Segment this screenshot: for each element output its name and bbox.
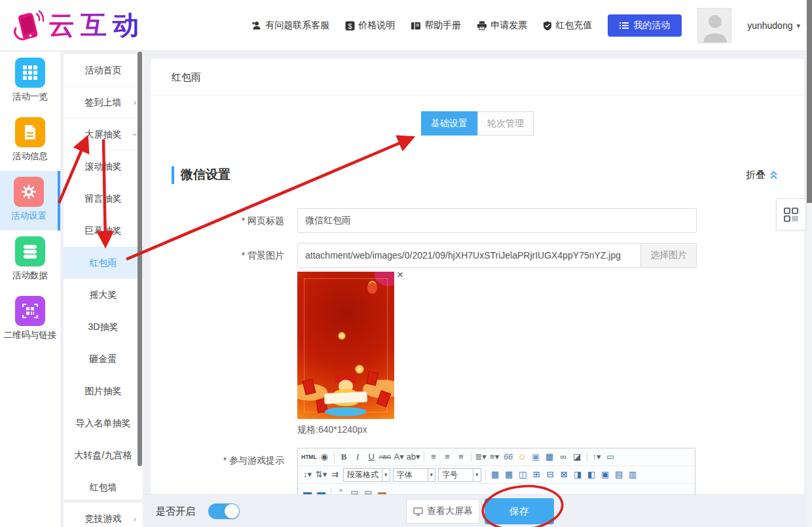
menu-item-message-lottery[interactable]: 留言抽奖	[64, 183, 143, 215]
widget-launcher-button[interactable]	[776, 198, 806, 230]
menu-item-competitive-games[interactable]: 竞技游戏›	[64, 503, 143, 527]
nav-item-invoice[interactable]: 申请发票	[477, 20, 527, 31]
page-scrollbar[interactable]	[807, 0, 812, 203]
sidebar-item-activity-settings[interactable]: 活动设置	[0, 171, 60, 230]
separator	[424, 452, 424, 462]
insert-link-icon[interactable]: ∞	[557, 450, 570, 464]
image-spec-label: 规格:640*1240px	[297, 424, 367, 436]
insert-image-icon[interactable]: ▣	[529, 450, 543, 464]
highlight-color-icon[interactable]: ab▾	[406, 450, 421, 464]
ordered-list-icon[interactable]: ≣▾	[474, 450, 488, 464]
separator	[485, 470, 486, 480]
nav-item-redpacket-recharge[interactable]: 红包充值	[543, 20, 592, 31]
secondary-menu-footer: 竞技游戏›	[64, 503, 143, 527]
menu-item-redpacket-rain[interactable]: 红包雨	[64, 247, 143, 279]
sidebar-item-activity-data[interactable]: 活动数据	[0, 230, 60, 290]
page-title-input[interactable]	[297, 208, 697, 233]
paragraph-spacing-icon[interactable]: ⇅▾	[314, 467, 328, 482]
nav-item-contact-support[interactable]: 有问题联系客服	[251, 20, 329, 31]
nav-item-help-manual[interactable]: 帮助手册	[411, 20, 461, 31]
user-menu[interactable]: yunhudong ▾	[747, 20, 800, 31]
menu-item-activity-home[interactable]: 活动首页	[64, 54, 143, 86]
remove-format-icon[interactable]: ◪	[570, 450, 584, 464]
menu-item-import-list-lottery[interactable]: 导入名单抽奖	[64, 407, 143, 439]
preview-coin-shape	[355, 365, 364, 374]
table-properties-icon[interactable]: ◫	[516, 467, 530, 482]
my-activities-button[interactable]: 我的活动	[608, 14, 682, 37]
insert-table-icon[interactable]: ▦	[489, 467, 502, 482]
strikethrough-icon[interactable]: ABC	[378, 450, 392, 464]
italic-icon[interactable]: I	[351, 450, 365, 464]
preview-coin-shape	[338, 332, 346, 340]
align-left-icon[interactable]: ≡	[427, 450, 441, 464]
blockquote-icon[interactable]: 66	[502, 450, 515, 464]
cell-properties-icon[interactable]: ▣	[599, 467, 612, 482]
html-source-icon[interactable]: HTML	[301, 450, 318, 464]
chevron-right-icon: ›	[134, 503, 136, 527]
logo-icon	[10, 9, 45, 43]
header-right: 有问题联系客服 $ 价格说明 帮助手册 申请发票 红包充值 我的活动	[251, 0, 800, 51]
preview-icon[interactable]: ◉	[318, 450, 331, 464]
split-cell-icon[interactable]: ◧	[585, 467, 599, 482]
insert-row-icon[interactable]: ⊞	[530, 467, 544, 482]
sidebar-item-activity-info[interactable]: 活动信息	[0, 111, 60, 171]
enable-toggle[interactable]	[208, 503, 240, 519]
menu-item-smash-golden-egg[interactable]: 砸金蛋	[64, 343, 143, 375]
chevrons-up-icon	[769, 170, 778, 179]
unordered-list-icon[interactable]: ≡▾	[488, 450, 502, 464]
menu-item-redpacket-wall[interactable]: 红包墙	[64, 471, 143, 500]
secondary-scrollbar[interactable]	[138, 52, 142, 466]
view-big-screen-button[interactable]: 查看大屏幕	[406, 499, 480, 524]
font-size-select[interactable]: 字号 ▾	[438, 468, 481, 482]
align-right-icon[interactable]: ≡	[454, 450, 468, 464]
caret-down-icon: ▾	[796, 22, 800, 30]
game-tip-label: * 参与游戏提示	[172, 448, 284, 473]
line-height-icon[interactable]: ↕▾	[301, 467, 314, 482]
indent-icon[interactable]: ⇉	[328, 467, 342, 482]
section-title: 微信设置	[181, 166, 231, 183]
insert-video-icon[interactable]: ▦	[543, 450, 557, 464]
font-family-select[interactable]: 字体 ▾	[393, 468, 436, 482]
editor-toolbar-row2: ↕▾⇅▾⇉ 段落格式 ▾ 字体 ▾	[298, 466, 695, 484]
sidebar-item-activity-overview[interactable]: 活动一览	[0, 52, 60, 111]
choose-image-button[interactable]: 选择图片	[641, 243, 697, 268]
text-direction-icon[interactable]: ↑▾	[590, 450, 604, 464]
form-row-page-title: * 网页标题	[172, 208, 778, 233]
delete-row-icon[interactable]: ⊟	[544, 467, 557, 482]
collapse-toggle[interactable]: 折叠	[746, 169, 778, 181]
save-button[interactable]: 保存	[485, 498, 554, 524]
grid-icon	[15, 58, 45, 88]
underline-icon[interactable]: U	[365, 450, 378, 464]
menu-item-giant-screen-lottery[interactable]: 巨幕抽奖	[64, 215, 143, 247]
section-accent-bar	[172, 166, 174, 184]
emoji-icon[interactable]: ☺	[515, 450, 529, 464]
delete-table-icon[interactable]: ▦	[502, 467, 516, 482]
caret-down-icon: ▾	[473, 469, 481, 481]
insert-column-icon[interactable]: ◨	[571, 467, 585, 482]
tab-round-management[interactable]: 轮次管理	[477, 111, 534, 136]
paragraph-format-select[interactable]: 段落格式 ▾	[343, 468, 390, 482]
menu-item-shake-prize[interactable]: 摇大奖	[64, 279, 143, 311]
menu-item-signin-wall[interactable]: 签到上墙›	[64, 86, 143, 118]
row-properties-icon[interactable]: ▤	[612, 467, 626, 482]
fullscreen-icon[interactable]: ▭	[604, 450, 618, 464]
menu-item-bigscreen-lottery[interactable]: 大屏抽奖›	[64, 118, 143, 151]
monitor-icon	[413, 507, 423, 516]
nav-item-pricing[interactable]: $ 价格说明	[345, 20, 395, 31]
menu-item-3d-lottery[interactable]: 3D抽奖	[64, 311, 143, 343]
menu-item-image-lottery[interactable]: 图片抽奖	[64, 375, 143, 407]
align-center-icon[interactable]: ≡	[441, 450, 454, 464]
document-icon	[15, 117, 45, 147]
separator	[334, 452, 335, 462]
remove-image-icon[interactable]: ×	[397, 270, 403, 280]
column-properties-icon[interactable]: ▥	[626, 467, 640, 482]
tab-basic-settings[interactable]: 基础设置	[421, 111, 477, 136]
logo[interactable]: 云互动	[10, 7, 145, 43]
menu-item-scroll-lottery[interactable]: 滚动抽奖	[64, 151, 143, 183]
bold-icon[interactable]: B	[337, 450, 351, 464]
sidebar-item-qrcode-links[interactable]: 二维码与链接	[0, 290, 60, 350]
merge-cells-icon[interactable]: ⊠	[557, 467, 571, 482]
bg-image-path-input[interactable]	[297, 243, 641, 268]
font-color-icon[interactable]: A▾	[392, 450, 406, 464]
menu-item-wheel-grid[interactable]: 大转盘/九宫格	[64, 439, 143, 471]
